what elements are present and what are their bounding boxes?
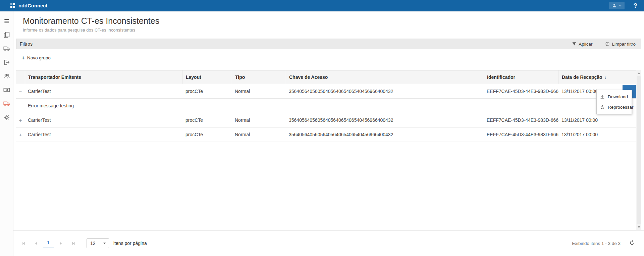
column-header-layout[interactable]: Layout [182, 70, 232, 84]
column-header-tipo[interactable]: Tipo [232, 70, 286, 84]
sidebar-item-export[interactable] [3, 59, 10, 66]
chevron-down-icon [619, 4, 622, 7]
refresh-grid-button[interactable] [629, 240, 635, 247]
sidebar-item-transport[interactable] [3, 45, 10, 52]
truck-icon [3, 45, 10, 52]
sidebar-item-documents[interactable] [3, 31, 10, 39]
refresh-icon [629, 240, 635, 246]
cell-chave: 3564056405605640564065406540456966400432 [286, 132, 484, 137]
apply-filter-label: Aplicar [579, 42, 592, 47]
filters-body: + Novo grupo [16, 49, 641, 70]
column-header-expander [16, 70, 25, 84]
sidebar [0, 11, 13, 256]
table-row: + CarrierTest procCTe Normal 35640564056… [16, 113, 636, 127]
previous-page-icon [34, 241, 38, 246]
pagination-bar: 1 12 itens por página Exibindo itens 1 -… [13, 230, 644, 256]
menu-item-download-label: Download [608, 94, 628, 99]
new-group-button[interactable]: + Novo grupo [19, 55, 53, 61]
first-page-button[interactable] [19, 239, 28, 248]
last-page-icon [71, 241, 76, 246]
topbar-actions: ? [609, 2, 639, 9]
page-subtitle: Informe os dados para pesquisa dos CT-es… [23, 28, 644, 33]
scroll-down-icon [638, 226, 640, 228]
column-header-data-recepcao[interactable]: Data de Recepção ↓ [558, 70, 636, 84]
plus-icon: + [21, 55, 25, 61]
menu-icon [3, 18, 10, 24]
cell-layout: procCTe [182, 89, 232, 94]
cell-transportador: CarrierTest [25, 89, 182, 94]
collapse-row-button[interactable]: − [16, 84, 25, 98]
column-header-identificador[interactable]: Identificador [484, 70, 558, 84]
sidebar-item-billing[interactable] [3, 86, 10, 94]
export-icon [3, 59, 10, 66]
menu-toggle-button[interactable] [3, 17, 10, 25]
cte-truck-icon [3, 100, 10, 107]
refresh-icon [600, 105, 605, 110]
menu-item-download[interactable]: Download [597, 92, 632, 102]
column-header-transportador[interactable]: Transportador Emitente [25, 70, 182, 84]
page: nddConnect ? [0, 0, 644, 256]
data-grid: Transportador Emitente Layout Tipo Chave… [16, 70, 641, 230]
previous-page-button[interactable] [32, 239, 40, 248]
main-content: Monitoramento CT-es Inconsistentes Infor… [13, 11, 644, 256]
new-group-label: Novo grupo [27, 55, 51, 60]
funnel-icon [572, 42, 577, 46]
brand-name: nddConnect [18, 3, 48, 8]
next-page-button[interactable] [56, 239, 65, 248]
grid-rows: Transportador Emitente Layout Tipo Chave… [16, 70, 636, 142]
cell-tipo: Normal [232, 132, 286, 137]
cell-transportador: CarrierTest [25, 132, 182, 137]
row-context-menu: Download Reprocessar [596, 90, 632, 114]
cell-data-recepcao: 13/11/2017 00:00 [558, 117, 636, 123]
last-page-button[interactable] [69, 239, 78, 248]
scroll-up-icon [638, 72, 640, 74]
expand-row-button[interactable]: + [16, 127, 25, 142]
cell-data-recepcao: 13/11/2017 00:00 [558, 132, 636, 137]
sidebar-item-settings[interactable] [3, 114, 10, 121]
cell-chave: 3564056405605640564065406540456966400432 [286, 89, 484, 94]
page-number-1[interactable]: 1 [43, 238, 54, 248]
expand-row-button[interactable]: + [16, 113, 25, 127]
topbar: nddConnect ? [0, 0, 644, 11]
users-icon [3, 73, 10, 80]
cell-layout: procCTe [182, 132, 232, 137]
page-title: Monitoramento CT-es Inconsistentes [23, 16, 644, 26]
user-menu-button[interactable] [609, 2, 625, 9]
filters-title: Filtros [20, 41, 33, 47]
column-header-chave[interactable]: Chave de Acesso [286, 70, 484, 84]
title-block: Monitoramento CT-es Inconsistentes Infor… [13, 11, 644, 33]
cell-transportador: CarrierTest [25, 117, 182, 123]
page-size-value: 12 [87, 241, 103, 246]
scrollbar-down-button[interactable] [636, 225, 641, 229]
table-row: + CarrierTest procCTe Normal 35640564056… [16, 127, 636, 142]
chevron-down-icon [103, 243, 106, 244]
page-size-select[interactable]: 12 [87, 238, 109, 248]
pager-right: Exibindo itens 1 - 3 de 3 [572, 240, 635, 247]
clear-filter-button[interactable]: Limpar filtro [603, 41, 638, 47]
apply-filter-button[interactable]: Aplicar [570, 41, 594, 47]
cell-identificador: EEFF7CAE-45D3-44E3-983D-666564F24... [484, 132, 558, 137]
column-header-data-recepcao-label: Data de Recepção [562, 74, 602, 80]
cell-tipo: Normal [232, 89, 286, 94]
menu-item-reprocessar[interactable]: Reprocessar [597, 102, 632, 112]
row-detail-message: Error message testing [16, 99, 631, 113]
vertical-scrollbar[interactable] [636, 70, 641, 230]
settings-gear-icon [3, 114, 10, 121]
clear-filter-label: Limpar filtro [612, 42, 636, 47]
brand: nddConnect [10, 3, 48, 8]
grid-logo-icon [10, 3, 16, 8]
filter-actions: Aplicar Limpar filtro [570, 41, 638, 47]
cell-tipo: Normal [232, 117, 286, 123]
help-button[interactable]: ? [631, 2, 639, 9]
scrollbar-up-button[interactable] [636, 71, 641, 75]
documents-icon [3, 32, 10, 38]
cell-chave: 3564056405605640564065406540456966400432 [286, 117, 484, 123]
sidebar-item-users[interactable] [3, 72, 10, 80]
table-row: − CarrierTest procCTe Normal 35640564056… [16, 84, 636, 99]
download-icon [600, 95, 605, 99]
sidebar-item-cte-monitor[interactable] [3, 100, 10, 107]
sort-desc-icon: ↓ [604, 75, 607, 80]
scrollbar-thumb[interactable] [637, 76, 641, 224]
billing-icon [3, 87, 10, 93]
pager-summary: Exibindo itens 1 - 3 de 3 [572, 241, 621, 246]
